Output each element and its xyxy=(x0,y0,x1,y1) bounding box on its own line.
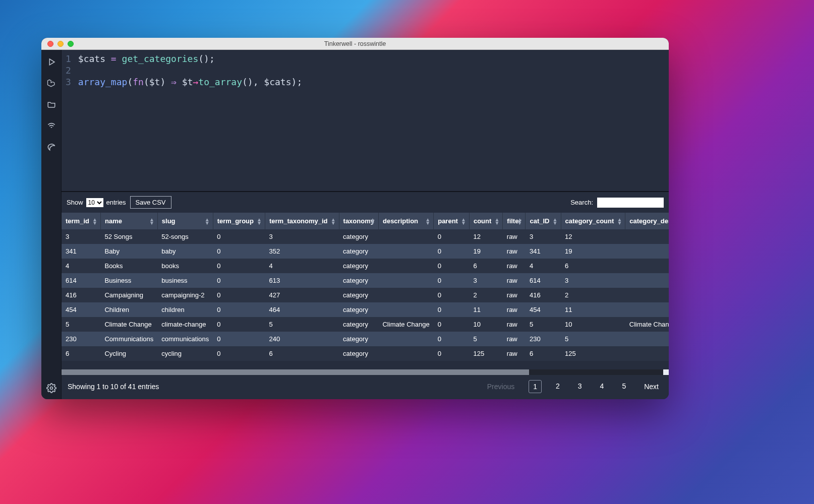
pagination: Previous 12345 Next xyxy=(483,380,663,393)
column-header-cat_ID[interactable]: cat_ID▲▼ xyxy=(526,213,561,229)
settings-icon[interactable] xyxy=(46,383,56,393)
table-row[interactable]: 614Businessbusiness0613category03raw6143 xyxy=(62,273,669,288)
cell-filter: raw xyxy=(503,346,526,361)
cell-term_taxonomy_id: 352 xyxy=(265,244,339,259)
cell-cat_ID: 4 xyxy=(526,259,561,273)
sort-icon: ▲▼ xyxy=(370,218,375,225)
cell-parent: 0 xyxy=(434,259,470,273)
column-header-description[interactable]: description▲▼ xyxy=(378,213,433,229)
cell-count: 5 xyxy=(469,332,502,346)
table-scroll[interactable]: term_id▲▼name▲▼slug▲▼term_group▲▼term_ta… xyxy=(62,213,669,369)
cell-name: Baby xyxy=(100,244,157,259)
cell-term_taxonomy_id: 240 xyxy=(265,332,339,346)
column-header-filter[interactable]: filter▲▼ xyxy=(503,213,526,229)
folder-icon[interactable] xyxy=(46,99,56,109)
column-header-category_description[interactable]: category_description▲▼ xyxy=(625,213,669,229)
cell-category_count: 3 xyxy=(561,273,625,288)
cell-parent: 0 xyxy=(434,317,470,332)
cell-description xyxy=(378,259,433,273)
data-table: term_id▲▼name▲▼slug▲▼term_group▲▼term_ta… xyxy=(62,213,669,361)
cell-filter: raw xyxy=(503,288,526,302)
column-header-name[interactable]: name▲▼ xyxy=(100,213,157,229)
cell-term_group: 0 xyxy=(213,317,265,332)
table-row[interactable]: 352 Songs52-songs03category012raw312 xyxy=(62,229,669,244)
table-row[interactable]: 454Childrenchildren0464category011raw454… xyxy=(62,302,669,317)
cell-term_group: 0 xyxy=(213,244,265,259)
cell-term_group: 0 xyxy=(213,302,265,317)
cell-term_group: 0 xyxy=(213,332,265,346)
cell-parent: 0 xyxy=(434,332,470,346)
cell-category_count: 5 xyxy=(561,332,625,346)
column-header-term_taxonomy_id[interactable]: term_taxonomy_id▲▼ xyxy=(265,213,339,229)
cell-taxonomy: category xyxy=(339,317,378,332)
cell-term_group: 0 xyxy=(213,273,265,288)
next-button[interactable]: Next xyxy=(640,381,663,393)
entries-info: Showing 1 to 10 of 41 entries xyxy=(68,383,159,391)
sort-icon: ▲▼ xyxy=(553,218,558,225)
table-row[interactable]: 341Babybaby0352category019raw34119 xyxy=(62,244,669,259)
cell-count: 3 xyxy=(469,273,502,288)
play-icon[interactable] xyxy=(46,57,56,67)
horizontal-scrollbar[interactable] xyxy=(62,369,669,375)
table-row[interactable]: 230Communicationscommunications0240categ… xyxy=(62,332,669,346)
line-number: 1 xyxy=(66,53,71,65)
column-header-taxonomy[interactable]: taxonomy▲▼ xyxy=(339,213,378,229)
cell-term_id: 614 xyxy=(62,273,100,288)
column-header-term_id[interactable]: term_id▲▼ xyxy=(62,213,100,229)
cell-cat_ID: 341 xyxy=(526,244,561,259)
cell-term_group: 0 xyxy=(213,259,265,273)
cell-name: Climate Change xyxy=(100,317,157,332)
page-4[interactable]: 4 xyxy=(596,380,608,393)
cell-term_id: 230 xyxy=(62,332,100,346)
column-header-slug[interactable]: slug▲▼ xyxy=(157,213,213,229)
table-row[interactable]: 4Booksbooks04category06raw46 xyxy=(62,259,669,273)
column-header-count[interactable]: count▲▼ xyxy=(469,213,502,229)
cell-parent: 0 xyxy=(434,229,470,244)
table-controls: Show 10 entries Save CSV Search: xyxy=(62,192,669,213)
code-content[interactable]: $cats = get_categories(); array_map(fn($… xyxy=(78,53,302,188)
page-2[interactable]: 2 xyxy=(552,380,564,393)
laravel-icon[interactable] xyxy=(46,78,56,88)
cell-term_taxonomy_id: 3 xyxy=(265,229,339,244)
wifi-icon[interactable] xyxy=(46,120,56,131)
table-row[interactable]: 6Cyclingcycling06category0125raw6125 xyxy=(62,346,669,361)
column-header-parent[interactable]: parent▲▼ xyxy=(434,213,470,229)
cell-category_description xyxy=(625,259,669,273)
code-editor[interactable]: 1 2 3 $cats = get_categories(); array_ma… xyxy=(62,50,669,191)
prev-button[interactable]: Previous xyxy=(483,381,518,393)
cell-count: 6 xyxy=(469,259,502,273)
cell-slug: books xyxy=(157,259,213,273)
cell-filter: raw xyxy=(503,302,526,317)
column-header-category_count[interactable]: category_count▲▼ xyxy=(561,213,625,229)
cell-slug: cycling xyxy=(157,346,213,361)
cell-term_group: 0 xyxy=(213,288,265,302)
table-row[interactable]: 5Climate Changeclimate-change05categoryC… xyxy=(62,317,669,332)
titlebar: Tinkerwell - rosswintle xyxy=(41,38,669,50)
cell-count: 2 xyxy=(469,288,502,302)
window-title: Tinkerwell - rosswintle xyxy=(41,40,669,47)
cell-cat_ID: 230 xyxy=(526,332,561,346)
cell-taxonomy: category xyxy=(339,273,378,288)
cell-name: 52 Songs xyxy=(100,229,157,244)
cell-term_taxonomy_id: 464 xyxy=(265,302,339,317)
svg-marker-0 xyxy=(49,59,54,65)
save-csv-button[interactable]: Save CSV xyxy=(130,196,171,209)
entries-select[interactable]: 10 xyxy=(86,198,103,207)
cell-cat_ID: 614 xyxy=(526,273,561,288)
cell-term_id: 6 xyxy=(62,346,100,361)
sidebar xyxy=(41,50,62,399)
page-1[interactable]: 1 xyxy=(529,380,542,393)
scrollbar-corner xyxy=(663,369,669,375)
cell-taxonomy: category xyxy=(339,288,378,302)
cell-name: Children xyxy=(100,302,157,317)
table-row[interactable]: 416Campaigningcampaigning-20427category0… xyxy=(62,288,669,302)
page-5[interactable]: 5 xyxy=(618,380,630,393)
scrollbar-thumb[interactable] xyxy=(62,369,529,375)
page-3[interactable]: 3 xyxy=(574,380,586,393)
column-header-term_group[interactable]: term_group▲▼ xyxy=(213,213,265,229)
sort-icon: ▲▼ xyxy=(149,218,154,225)
cell-category_description xyxy=(625,273,669,288)
share-icon[interactable] xyxy=(46,142,56,152)
entries-label: entries xyxy=(106,199,126,206)
search-input[interactable] xyxy=(597,198,664,208)
